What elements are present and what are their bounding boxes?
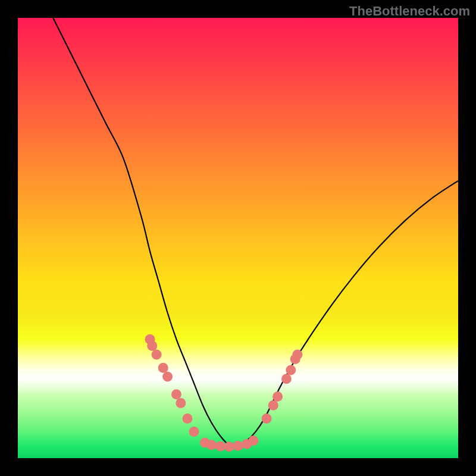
left-cluster-point	[171, 389, 181, 399]
left-cluster-point	[189, 427, 199, 437]
left-cluster-point	[147, 341, 157, 351]
bottom-cluster-point	[248, 436, 258, 446]
left-cluster-point	[176, 398, 186, 408]
bottom-cluster-point	[224, 441, 234, 452]
left-cluster-point	[182, 414, 192, 424]
chart-frame: TheBottleneck.com	[0, 0, 476, 476]
right-cluster-point	[268, 400, 278, 411]
left-cluster-point	[162, 372, 173, 382]
bottom-cluster-point	[215, 441, 226, 452]
left-cluster-point	[152, 350, 162, 360]
right-cluster-point	[281, 374, 292, 384]
bottleneck-curve	[53, 18, 458, 446]
chart-svg	[18, 18, 458, 458]
left-cluster-point	[158, 363, 168, 373]
right-cluster-point	[292, 350, 302, 360]
bottom-cluster-point	[233, 441, 243, 451]
watermark-text: TheBottleneck.com	[349, 4, 470, 19]
right-cluster-point	[262, 414, 272, 424]
bottom-cluster-point	[206, 440, 217, 450]
right-cluster-point	[286, 365, 296, 375]
right-cluster-point	[273, 392, 283, 402]
